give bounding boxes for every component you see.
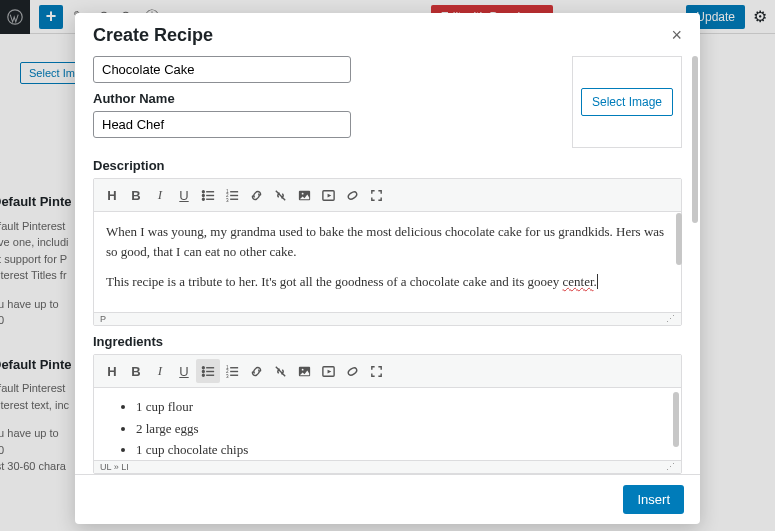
description-textarea[interactable]: When I was young, my grandma used to bak… — [94, 212, 681, 312]
resize-grip-icon[interactable]: ⋰ — [666, 314, 675, 324]
image-icon[interactable] — [292, 359, 316, 383]
video-icon[interactable] — [316, 359, 340, 383]
fullscreen-icon[interactable] — [364, 359, 388, 383]
ingredients-toolbar: H B I U 123 — [94, 355, 681, 388]
numbered-list-icon[interactable]: 123 — [220, 183, 244, 207]
link-icon[interactable] — [244, 359, 268, 383]
numbered-list-icon[interactable]: 123 — [220, 359, 244, 383]
modal-title: Create Recipe — [93, 25, 213, 46]
modal-footer: Insert — [75, 474, 700, 524]
svg-point-30 — [301, 369, 303, 371]
ingredients-textarea[interactable]: 1 cup flour 2 large eggs 1 cup chocolate… — [94, 388, 681, 460]
adlink-icon[interactable] — [340, 183, 364, 207]
description-toolbar: H B I U 123 — [94, 179, 681, 212]
svg-point-18 — [202, 370, 204, 372]
list-item: 2 large eggs — [136, 419, 669, 439]
editor-path: UL » LI — [100, 462, 129, 472]
scrollbar-thumb[interactable] — [676, 213, 682, 265]
close-icon[interactable]: × — [671, 25, 682, 46]
image-icon[interactable] — [292, 183, 316, 207]
heading-icon[interactable]: H — [100, 359, 124, 383]
modal-header: Create Recipe × — [75, 13, 700, 56]
scrollbar-thumb[interactable] — [692, 56, 698, 223]
bold-icon[interactable]: B — [124, 183, 148, 207]
bullet-list-icon[interactable] — [196, 359, 220, 383]
resize-grip-icon[interactable]: ⋰ — [666, 462, 675, 472]
heading-icon[interactable]: H — [100, 183, 124, 207]
description-paragraph: When I was young, my grandma used to bak… — [106, 222, 669, 262]
bold-icon[interactable]: B — [124, 359, 148, 383]
author-name-input[interactable] — [93, 111, 351, 138]
description-label: Description — [93, 158, 682, 173]
recipe-image-box: Select Image — [572, 56, 682, 148]
unlink-icon[interactable] — [268, 359, 292, 383]
italic-icon[interactable]: I — [148, 183, 172, 207]
svg-text:3: 3 — [225, 374, 228, 379]
scrollbar-thumb[interactable] — [673, 392, 679, 447]
insert-button[interactable]: Insert — [623, 485, 684, 514]
modal-body: Author Name Select Image Description H B… — [75, 56, 700, 474]
description-editor: H B I U 123 When I was young, my grandma… — [93, 178, 682, 326]
select-image-button[interactable]: Select Image — [581, 88, 673, 116]
author-name-label: Author Name — [93, 91, 554, 106]
unlink-icon[interactable] — [268, 183, 292, 207]
link-icon[interactable] — [244, 183, 268, 207]
editor-status-bar: UL » LI ⋰ — [94, 460, 681, 473]
svg-point-3 — [202, 198, 204, 200]
editor-status-bar: P ⋰ — [94, 312, 681, 325]
svg-point-19 — [202, 374, 204, 376]
svg-point-32 — [347, 366, 358, 376]
svg-point-2 — [202, 194, 204, 196]
svg-text:3: 3 — [225, 198, 228, 203]
adlink-icon[interactable] — [340, 359, 364, 383]
recipe-name-input[interactable] — [93, 56, 351, 83]
create-recipe-modal: Create Recipe × Author Name Select Image… — [75, 13, 700, 524]
fullscreen-icon[interactable] — [364, 183, 388, 207]
svg-point-17 — [202, 367, 204, 369]
svg-point-14 — [301, 192, 303, 194]
list-item: 1 cup chocolate chips — [136, 440, 669, 460]
underline-icon[interactable]: U — [172, 183, 196, 207]
description-paragraph: This recipe is a tribute to her. It's go… — [106, 272, 669, 292]
svg-point-16 — [347, 190, 358, 200]
ingredients-label: Ingredients — [93, 334, 682, 349]
italic-icon[interactable]: I — [148, 359, 172, 383]
ingredients-editor: H B I U 123 1 cup flour 2 large eggs 1 c… — [93, 354, 682, 474]
editor-path: P — [100, 314, 106, 324]
video-icon[interactable] — [316, 183, 340, 207]
list-item: 1 cup flour — [136, 397, 669, 417]
svg-point-1 — [202, 190, 204, 192]
underline-icon[interactable]: U — [172, 359, 196, 383]
bullet-list-icon[interactable] — [196, 183, 220, 207]
